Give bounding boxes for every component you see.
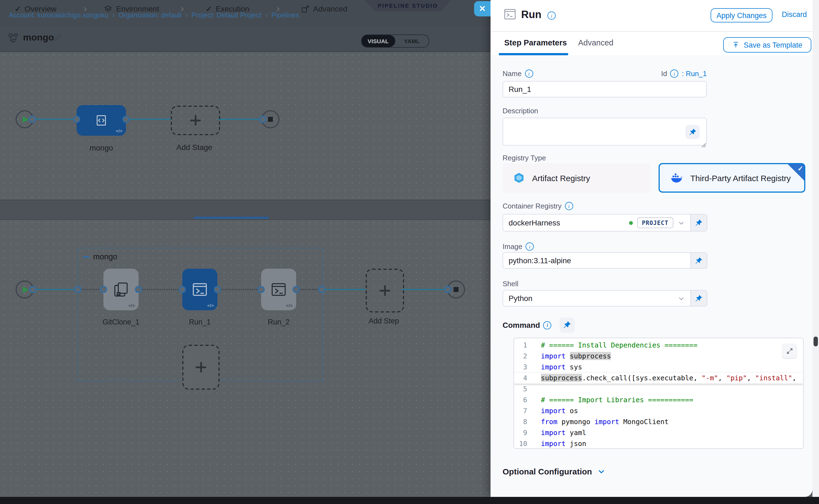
tab-environment[interactable]: Environment <box>104 4 159 13</box>
stage-connector <box>32 119 77 120</box>
add-step-button[interactable] <box>366 269 404 312</box>
code-text: import yaml <box>527 427 586 438</box>
stage-label: mongo <box>89 143 113 152</box>
chevron-down-icon[interactable] <box>678 219 685 226</box>
pin-button[interactable] <box>691 290 707 306</box>
save-as-template-button[interactable]: Save as Template <box>723 37 811 53</box>
description-textarea[interactable] <box>503 118 707 146</box>
breadcrumb-separator: › <box>261 11 271 19</box>
image-input[interactable] <box>503 252 691 269</box>
id-display: Idi : Run_1 <box>650 69 707 78</box>
code-line[interactable]: 6# ====== Import Libraries =========== <box>514 395 803 405</box>
step-node-run1-selected[interactable]: </> <box>182 269 217 310</box>
step-node-run2[interactable]: </> <box>261 269 296 310</box>
node-port <box>444 286 452 293</box>
info-icon[interactable]: i <box>565 202 573 210</box>
code-line[interactable]: 1# ====== Install Dependencies ======== <box>514 340 803 351</box>
exec-connector-dotted <box>78 289 103 290</box>
shell-select[interactable]: Python <box>503 290 691 306</box>
pin-button[interactable] <box>560 317 575 333</box>
layers-icon <box>104 5 112 13</box>
collapse-minus-icon[interactable] <box>83 256 89 258</box>
pipeline-studio-badge: PIPELINE STUDIO <box>364 0 451 11</box>
group-label[interactable]: mongo <box>93 252 117 261</box>
code-line[interactable]: 2import subprocess <box>514 351 803 362</box>
registry-type-label: Registry Type <box>503 154 546 162</box>
tab-step-parameters[interactable]: Step Parameters <box>504 38 567 47</box>
line-number: 5 <box>514 384 527 395</box>
command-code-editor[interactable]: 1# ====== Install Dependencies ========2… <box>514 338 804 449</box>
step-node-gitclone[interactable]: </> <box>103 269 138 310</box>
node-port <box>257 286 265 293</box>
registry-option-third-party[interactable]: Third-Party Artifact Registry ✓ <box>659 163 805 193</box>
name-input[interactable] <box>503 81 707 97</box>
play-icon <box>22 286 28 293</box>
info-icon[interactable]: i <box>543 321 552 329</box>
stage-canvas[interactable] <box>0 51 491 200</box>
tab-step-advanced[interactable]: Advanced <box>578 38 614 47</box>
visual-yaml-toggle: VISUAL YAML <box>361 34 429 48</box>
optional-configuration-toggle[interactable]: Optional Configuration <box>503 467 606 476</box>
info-icon[interactable]: i <box>526 242 534 251</box>
connector-status-dot <box>629 221 633 225</box>
tab-execution[interactable]: ✓ Execution <box>206 4 249 13</box>
code-text: import os <box>527 405 578 416</box>
code-line[interactable]: 5 <box>514 384 803 395</box>
exec-connector-dotted <box>296 289 322 290</box>
toggle-yaml[interactable]: YAML <box>395 35 429 47</box>
code-lines: 1# ====== Install Dependencies ========2… <box>514 338 803 449</box>
code-line[interactable]: 9import yaml <box>514 427 803 438</box>
code-text: import json <box>527 438 586 449</box>
tab-advanced[interactable]: Advanced <box>301 4 347 13</box>
edit-pencil-icon[interactable] <box>54 33 62 44</box>
expand-icon[interactable] <box>782 344 797 358</box>
line-number: 8 <box>514 416 527 427</box>
pipeline-studio-app: Account: kurosakiichigo.songoku›Organiza… <box>0 0 819 504</box>
code-line[interactable]: 10import json <box>514 438 803 449</box>
description-label: Description <box>503 107 538 115</box>
toggle-visual[interactable]: VISUAL <box>361 35 395 47</box>
code-line[interactable]: 7import os <box>514 405 803 416</box>
pin-button[interactable] <box>691 252 707 269</box>
scope-badge: PROJECT <box>637 217 673 228</box>
code-line[interactable]: 8from pymongo import MongoClient <box>514 416 803 427</box>
node-port <box>179 286 186 293</box>
code-badge: </> <box>116 129 123 134</box>
upload-icon <box>732 41 740 49</box>
info-icon[interactable]: i <box>670 69 679 78</box>
pin-button[interactable] <box>691 214 707 231</box>
horizontal-scrollbar[interactable] <box>0 497 819 504</box>
breadcrumb-item[interactable]: Pipelines <box>271 11 299 19</box>
apply-changes-button[interactable]: Apply Changes <box>711 8 772 22</box>
stage-node-mongo[interactable]: </> <box>77 105 126 136</box>
exec-connector <box>33 289 78 290</box>
info-icon[interactable]: i <box>525 69 533 78</box>
tab-separator: › <box>84 3 87 14</box>
code-badge: </> <box>286 303 293 308</box>
command-label: Commandi <box>503 321 552 329</box>
close-icon[interactable]: ✕ <box>474 1 491 16</box>
code-text: import subprocess <box>527 351 611 362</box>
node-port <box>318 286 325 293</box>
vertical-scrollbar-thumb[interactable] <box>814 337 818 346</box>
discard-button[interactable]: Discard <box>782 10 807 19</box>
container-registry-field[interactable]: dockerHarness PROJECT <box>503 214 691 231</box>
tab-overview[interactable]: ✓ Overview <box>15 4 57 13</box>
play-icon <box>22 116 28 123</box>
scrollbar-gutter <box>812 0 819 497</box>
stage-connector <box>218 119 263 120</box>
info-icon[interactable]: i <box>548 11 556 20</box>
pin-button[interactable] <box>685 125 700 139</box>
code-line[interactable]: 3import sys <box>514 362 803 373</box>
stop-icon <box>454 287 459 292</box>
stage-connector <box>126 119 171 120</box>
code-text: # ====== Install Dependencies ======== <box>527 340 698 351</box>
code-line[interactable]: 4subprocess.check_call([sys.executable, … <box>514 373 803 384</box>
add-stage-button[interactable] <box>171 106 220 135</box>
registry-option-artifact[interactable]: Artifact Registry <box>503 163 651 193</box>
plus-icon <box>379 285 390 296</box>
name-label: Namei <box>503 69 533 78</box>
resize-handle-icon[interactable] <box>701 140 706 150</box>
add-parallel-step-button[interactable] <box>182 345 219 390</box>
add-stage-label: Add Stage <box>176 143 212 152</box>
